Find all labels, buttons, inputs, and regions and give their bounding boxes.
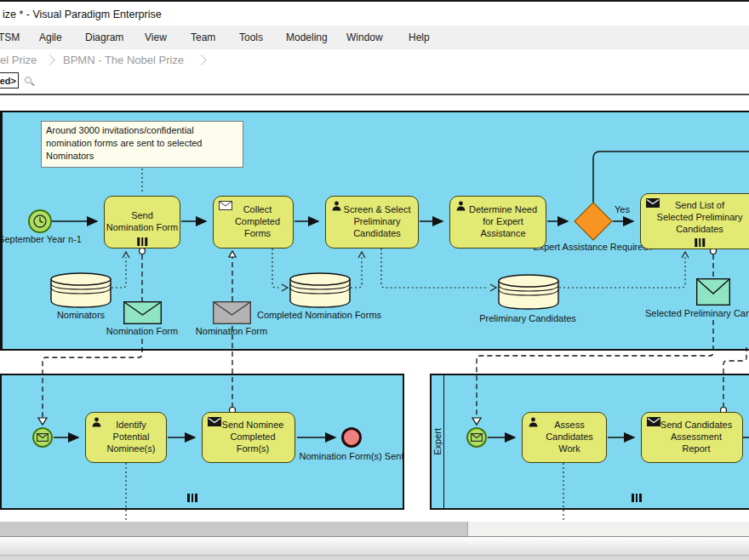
user-icon <box>331 201 342 211</box>
window-bottom-edge <box>0 555 749 560</box>
timer-start-event[interactable] <box>28 209 52 233</box>
gateway-yes-label: Yes <box>615 204 630 214</box>
menu-item-modeling[interactable]: Modeling <box>286 31 328 43</box>
pool-expert-label-band: Expert <box>432 375 444 508</box>
datastore-nominators-label: Nominators <box>57 310 105 320</box>
user-icon <box>455 201 466 211</box>
task-screen-select-preliminary-candidates[interactable]: Screen & Select Preliminary Candidates <box>325 196 419 249</box>
menu-item-tsm[interactable]: TSM <box>0 31 20 43</box>
scrollbar-thumb[interactable] <box>0 522 468 536</box>
datastore-completed-nomination-forms[interactable] <box>289 272 351 311</box>
task-label: Determine Need for Expert Assistance <box>469 204 537 239</box>
message-nomination-form-teal[interactable] <box>123 301 162 328</box>
end-event-label: Nomination Form(s) Sent <box>300 451 404 461</box>
task-label: Send Nomination Form <box>106 210 178 234</box>
menu-item-window[interactable]: Window <box>346 31 383 43</box>
datastore-preliminary-candidates[interactable] <box>498 274 559 313</box>
menu-item-team[interactable]: Team <box>191 31 215 43</box>
multi-instance-icon <box>632 494 642 502</box>
menu-item-tools[interactable]: Tools <box>239 31 263 43</box>
breadcrumb-item-prize[interactable]: el Prize <box>0 54 37 66</box>
title-bar: ize * - Visual Paradigm Enterprise <box>0 0 749 26</box>
timer-start-label: September Year n-1 <box>0 234 82 244</box>
chevron-right-icon <box>196 54 207 66</box>
toolbar: ied> <box>0 71 749 92</box>
user-icon <box>528 417 539 427</box>
envelope-icon <box>37 433 49 442</box>
gateway-label: Expert Assistance Required? <box>533 242 653 252</box>
task-collect-completed-forms[interactable]: Collect Completed Forms <box>213 196 294 249</box>
send-message-icon <box>646 198 660 208</box>
task-send-nomination-form[interactable]: Send Nomination Form <box>104 196 180 249</box>
message-nomination-form-teal-label: Nomination Form <box>106 326 178 336</box>
breadcrumb-item-bpmn[interactable]: BPMN - The Nobel Prize <box>63 54 184 66</box>
breadcrumb: el Prize BPMN - The Nobel Prize <box>0 49 749 71</box>
datastore-preliminary-candidates-label: Preliminary Candidates <box>479 313 576 323</box>
user-icon <box>91 417 102 427</box>
message-nomination-form-gray-label: Nomination Form <box>196 326 267 336</box>
task-label: Collect Completed Forms <box>235 204 280 239</box>
task-identify-potential-nominees[interactable]: Identify Potential Nominee(s) <box>85 412 167 463</box>
application-window: ize * - Visual Paradigm Enterprise TSM A… <box>0 0 749 560</box>
diagram-canvas[interactable]: Expert <box>0 94 749 522</box>
window-title: ize * - Visual Paradigm Enterprise <box>3 9 162 20</box>
task-label: Screen & Select Preliminary Candidates <box>344 204 411 239</box>
receive-message-icon <box>219 201 232 210</box>
message-nomination-form-gray[interactable] <box>213 301 251 328</box>
menu-item-help[interactable]: Help <box>409 31 430 43</box>
message-selected-preliminary-candidates-label: Selected Preliminary Candidates <box>645 308 749 318</box>
menu-item-diagram[interactable]: Diagram <box>85 31 123 43</box>
status-bar <box>0 536 749 555</box>
task-label: Send Candidates Assessment Report <box>660 420 732 454</box>
task-determine-need-for-expert-assistance[interactable]: Determine Need for Expert Assistance <box>449 196 546 249</box>
menu-item-view[interactable]: View <box>145 31 167 43</box>
task-send-list-selected-preliminary-candidates[interactable]: Send List of Selected Preliminary Candid… <box>640 193 749 249</box>
menu-bar: TSM Agile Diagram View Team Tools Modeli… <box>0 26 749 49</box>
task-label: Identify Potential Nominee(s) <box>107 420 156 454</box>
clock-icon <box>32 214 48 229</box>
stereotype-combo[interactable]: ied> <box>0 72 19 89</box>
chevron-right-icon <box>44 54 55 66</box>
magnifier-icon[interactable] <box>25 77 31 83</box>
message-start-event-nominator[interactable] <box>32 427 53 448</box>
task-label: Assess Candidates Work <box>546 420 593 454</box>
multi-instance-icon <box>187 494 197 502</box>
task-label: Send List of Selected Preliminary Candid… <box>657 200 743 235</box>
task-send-candidates-assessment-report[interactable]: Send Candidates Assessment Report <box>641 412 743 463</box>
datastore-completed-forms-label: Completed Nomination Forms <box>257 310 381 320</box>
send-message-icon <box>208 417 221 426</box>
message-start-event-expert[interactable] <box>466 427 487 448</box>
horizontal-scrollbar[interactable] <box>0 522 749 536</box>
menu-item-agile[interactable]: Agile <box>39 31 62 43</box>
end-event[interactable] <box>341 427 362 448</box>
task-send-nominee-completed-forms[interactable]: Send Nominee Completed Form(s) <box>202 412 295 463</box>
pool-expert-label: Expert <box>432 428 443 455</box>
task-assess-candidates-work[interactable]: Assess Candidates Work <box>522 412 607 463</box>
task-label: Send Nominee Completed Form(s) <box>222 420 284 454</box>
envelope-icon <box>471 433 483 442</box>
annotation-note[interactable]: Around 3000 invitations/confidential nom… <box>41 121 243 168</box>
multi-instance-icon <box>137 237 147 246</box>
message-selected-preliminary-candidates[interactable] <box>696 278 730 309</box>
send-message-icon <box>647 417 660 426</box>
multi-instance-icon <box>695 238 705 247</box>
datastore-nominators[interactable] <box>50 272 111 311</box>
